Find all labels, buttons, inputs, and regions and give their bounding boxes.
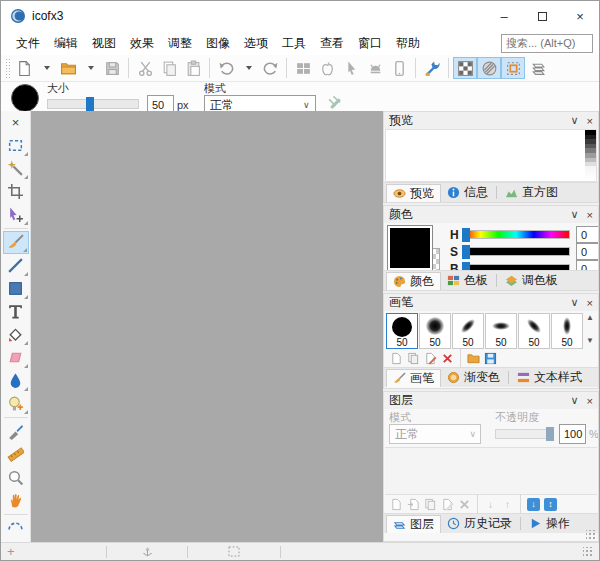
panel-collapse-icon[interactable]: ∨: [571, 296, 579, 309]
tab-layers[interactable]: 图层: [386, 515, 441, 533]
panel-close-icon[interactable]: ×: [587, 297, 593, 309]
save-brush-library-button[interactable]: [482, 351, 499, 366]
scroll-up-icon[interactable]: ▲: [586, 313, 594, 322]
toolbar-drag-handle[interactable]: [5, 58, 10, 78]
panel-collapse-icon[interactable]: ∨: [571, 114, 579, 127]
paste-button[interactable]: [181, 57, 205, 79]
saturation-slider-thumb[interactable]: [462, 245, 470, 259]
toggle-grid-button[interactable]: [477, 57, 501, 79]
maximize-button[interactable]: [523, 1, 561, 31]
scroll-down-icon[interactable]: ▼: [586, 336, 594, 345]
tab-swatches[interactable]: 色板: [441, 272, 494, 290]
search-input[interactable]: [501, 34, 593, 53]
edit-layer-button[interactable]: [439, 497, 456, 512]
size-slider-thumb[interactable]: [86, 97, 94, 111]
brush-item-soft[interactable]: 50: [419, 313, 451, 349]
hue-value-input[interactable]: 0: [576, 226, 598, 243]
brightness-slider-thumb[interactable]: [462, 262, 470, 270]
tool-zoom[interactable]: [3, 466, 29, 489]
brightness-value-input[interactable]: 0: [576, 260, 598, 270]
windows-export-button[interactable]: [291, 57, 315, 79]
move-layer-up-button[interactable]: ↑: [499, 497, 516, 512]
open-button[interactable]: [56, 57, 80, 79]
tool-line[interactable]: [3, 254, 29, 277]
hue-slider-thumb[interactable]: [462, 228, 470, 242]
new-document-button[interactable]: [12, 57, 36, 79]
tool-crop[interactable]: [3, 180, 29, 203]
close-button[interactable]: ×: [561, 1, 599, 31]
panel-close-icon[interactable]: ×: [587, 115, 593, 127]
opacity-slider-thumb[interactable]: [546, 427, 554, 441]
tab-color[interactable]: 颜色: [386, 272, 441, 290]
tool-rect-select[interactable]: [3, 134, 29, 157]
foreground-color-swatch[interactable]: [388, 226, 432, 270]
menu-lookat[interactable]: 查看: [313, 32, 351, 55]
menu-edit[interactable]: 编辑: [47, 32, 85, 55]
menu-effects[interactable]: 效果: [123, 32, 161, 55]
brush-item-solid[interactable]: 50: [386, 313, 418, 349]
menu-file[interactable]: 文件: [9, 32, 47, 55]
panel-close-icon[interactable]: ×: [587, 209, 593, 221]
tool-arc-select-partial[interactable]: [3, 517, 29, 540]
hue-slider[interactable]: [462, 230, 570, 239]
tab-brush[interactable]: 画笔: [386, 369, 441, 387]
delete-brush-button[interactable]: [439, 351, 456, 366]
brush-item-ellipse-nw[interactable]: 50: [518, 313, 550, 349]
open-brush-library-button[interactable]: [465, 351, 482, 366]
menu-options[interactable]: 选项: [237, 32, 275, 55]
duplicate-layer-button[interactable]: [422, 497, 439, 512]
new-brush-button[interactable]: [388, 351, 405, 366]
cut-button[interactable]: [133, 57, 157, 79]
tool-color-picker[interactable]: [3, 420, 29, 443]
menu-help[interactable]: 帮助: [389, 32, 427, 55]
cursor-export-button[interactable]: [339, 57, 363, 79]
plus-icon[interactable]: +: [7, 544, 15, 559]
opacity-slider[interactable]: [495, 429, 553, 439]
duplicate-brush-button[interactable]: [405, 351, 422, 366]
undo-dropdown[interactable]: [238, 57, 258, 79]
tool-blur-drop[interactable]: [3, 369, 29, 392]
menu-window[interactable]: 窗口: [351, 32, 389, 55]
import-layer-button[interactable]: [405, 497, 422, 512]
redo-button[interactable]: [258, 57, 282, 79]
new-document-dropdown[interactable]: [36, 57, 56, 79]
tab-text-style[interactable]: 文本样式: [511, 369, 588, 387]
layers-view-button[interactable]: [525, 57, 549, 79]
open-dropdown[interactable]: [80, 57, 100, 79]
edit-brush-button[interactable]: [422, 351, 439, 366]
tools-palette-close-button[interactable]: ×: [3, 111, 29, 134]
brush-color-swatch[interactable]: [11, 84, 39, 112]
tool-text[interactable]: [3, 300, 29, 323]
brush-item-ellipse-ne[interactable]: 50: [452, 313, 484, 349]
panel-collapse-icon[interactable]: ∨: [571, 208, 579, 221]
size-slider[interactable]: [47, 99, 139, 109]
menu-image[interactable]: 图像: [199, 32, 237, 55]
android-export-button[interactable]: [363, 57, 387, 79]
move-layer-down-button[interactable]: ↓: [482, 497, 499, 512]
tool-pan-hand[interactable]: [3, 489, 29, 512]
airbrush-toggle-button[interactable]: [324, 90, 348, 112]
layer-mode-dropdown[interactable]: 正常 ∨: [389, 424, 481, 444]
menu-adjust[interactable]: 调整: [161, 32, 199, 55]
saturation-slider[interactable]: [462, 247, 570, 256]
brush-item-ellipse-v[interactable]: 50: [551, 313, 583, 349]
tab-histogram[interactable]: 直方图: [499, 184, 564, 202]
opacity-value-input[interactable]: 100: [559, 424, 586, 444]
copy-button[interactable]: [157, 57, 181, 79]
save-button[interactable]: [100, 57, 124, 79]
tool-magic-wand[interactable]: [3, 157, 29, 180]
phone-export-button[interactable]: [387, 57, 411, 79]
tool-move[interactable]: [3, 203, 29, 226]
merge-all-button[interactable]: ↕: [542, 497, 559, 512]
tab-preview[interactable]: 预览: [386, 184, 441, 202]
minimize-button[interactable]: –: [485, 1, 523, 31]
drawing-canvas[interactable]: [31, 111, 383, 542]
panel-close-icon[interactable]: ×: [587, 395, 593, 407]
brightness-slider[interactable]: [462, 264, 570, 270]
panel-collapse-icon[interactable]: ∨: [571, 394, 579, 407]
window-resize-grip-icon[interactable]: [583, 547, 593, 557]
tab-actions[interactable]: 操作: [523, 515, 576, 533]
tool-brush[interactable]: [3, 231, 29, 254]
layer-list[interactable]: [385, 447, 597, 495]
tab-info[interactable]: 信息: [441, 184, 494, 202]
